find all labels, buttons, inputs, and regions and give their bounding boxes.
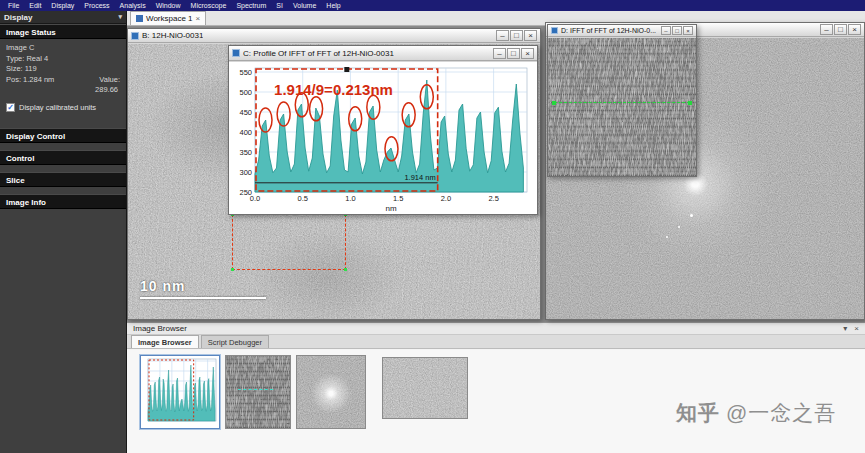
window-icon [232,49,240,57]
window-d-titlebar[interactable]: D: IFFT of FFT of 12H-NiO-0... – □ × [548,25,696,37]
workspace-tab-label: Workspace 1 [146,14,193,23]
thumbnail-lattice-texture [226,356,290,428]
thumbnail-ifft-d[interactable] [225,355,291,429]
menu-item-microscope[interactable]: Microscope [186,0,232,11]
roi-rectangle[interactable] [232,214,346,270]
menu-bar: File Edit Display Process Analysis Windo… [0,0,865,11]
svg-text:400: 400 [239,128,252,137]
tab-script-debugger[interactable]: Script Debugger [201,335,269,348]
window-c-profile: C: Profile Of IFFT of FFT of 12H-NiO-003… [228,45,538,215]
image-browser-panel: Image Browser ▾ × Image Browser Script D… [127,322,865,453]
ifft-image-canvas[interactable] [548,38,696,176]
display-calibrated-units-checkbox[interactable]: ✓ Display calibrated units [6,102,120,114]
thumbnail-chart [141,356,219,428]
close-button[interactable]: × [683,26,693,35]
svg-text:2.0: 2.0 [441,194,451,203]
line-endpoint[interactable] [552,101,556,105]
lattice-fringes-overlay [548,38,696,176]
status-image-line: Image C [6,43,120,54]
status-value: 289.66 [6,85,120,96]
checkbox-label: Display calibrated units [19,103,96,112]
scale-bar: 10 nm [140,278,266,299]
maximize-button[interactable]: □ [507,48,520,59]
display-palette: Display ▾ Image Status Image C Type: Rea… [0,11,127,453]
svg-text:2.5: 2.5 [488,194,498,203]
watermark: 知乎@一念之吾 [676,399,836,427]
scale-bar-label: 10 nm [140,278,266,294]
thumbnail-profile-c[interactable] [140,355,220,429]
image-status-body: Image C Type: Real 4 Size: 119 Pos: 1.28… [0,39,126,116]
status-value-caption: Value: [99,75,120,86]
tab-image-browser[interactable]: Image Browser [131,335,199,348]
chevron-down-icon[interactable]: ▾ [118,13,122,21]
minimize-button[interactable]: – [661,26,671,35]
close-button[interactable]: × [521,48,534,59]
image-browser-title: Image Browser [133,324,187,333]
fft-speck [666,236,668,238]
fft-speck [678,226,680,228]
section-image-info[interactable]: Image Info [0,194,126,209]
svg-text:250: 250 [239,188,252,197]
thumbnail-fft-a[interactable] [296,355,366,429]
window-b-titlebar[interactable]: B: 12H-NiO-0031 – □ × [128,29,540,43]
section-slice[interactable]: Slice [0,172,126,187]
maximize-button[interactable]: □ [834,24,847,35]
scale-bar-line [140,297,266,299]
menu-item-display[interactable]: Display [46,0,79,11]
close-icon[interactable]: × [854,324,859,333]
window-c-title: C: Profile Of IFFT of FFT of 12H-NiO-003… [243,49,394,58]
svg-text:350: 350 [239,148,252,157]
window-d-ifft: D: IFFT of FFT of 12H-NiO-0... – □ × [547,24,697,177]
display-palette-header[interactable]: Display ▾ [0,11,126,24]
svg-text:550: 550 [239,68,252,77]
maximize-button[interactable]: □ [510,30,523,41]
menu-item-help[interactable]: Help [321,0,345,11]
maximize-button[interactable]: □ [672,26,682,35]
close-button[interactable]: × [524,30,537,41]
menu-item-analysis[interactable]: Analysis [115,0,151,11]
section-display-control[interactable]: Display Control [0,128,126,143]
svg-text:0.5: 0.5 [298,194,308,203]
menu-item-process[interactable]: Process [79,0,114,11]
svg-text:500: 500 [239,88,252,97]
section-image-status[interactable]: Image Status [0,24,126,39]
tab-close-icon[interactable]: × [196,14,201,23]
window-b-title: B: 12H-NiO-0031 [142,31,203,40]
check-glyph: ✓ [7,104,14,112]
minimize-button[interactable]: – [820,24,833,35]
minimize-button[interactable]: – [496,30,509,41]
svg-text:1.914 nm: 1.914 nm [404,173,435,182]
status-type-line: Type: Real 4 [6,54,120,65]
browser-tab-bar: Image Browser Script Debugger [127,335,865,349]
thumbnail-fft-spot [297,356,365,428]
checkbox-icon: ✓ [6,103,15,112]
menu-item-volume[interactable]: Volume [288,0,321,11]
profile-chart: 1.914/9=0.213nm1.914 nm0.00.51.01.52.02.… [229,62,537,214]
profile-line-annotation[interactable] [554,102,690,103]
roi-handle[interactable] [344,268,347,271]
menu-item-spectrum[interactable]: Spectrum [231,0,271,11]
workspace-icon [136,15,143,22]
display-palette-title: Display [4,13,32,22]
menu-item-si[interactable]: SI [271,0,288,11]
tab-workspace-1[interactable]: Workspace 1 × [130,11,206,25]
menu-item-edit[interactable]: Edit [24,0,46,11]
minimize-button[interactable]: – [493,48,506,59]
menu-item-file[interactable]: File [3,0,24,11]
line-endpoint[interactable] [688,101,692,105]
image-browser-header[interactable]: Image Browser ▾ × [127,323,865,335]
profile-chart-area[interactable]: 1.914/9=0.213nm1.914 nm0.00.51.01.52.02.… [229,62,537,214]
svg-text:nm: nm [385,204,396,213]
window-icon [551,27,558,34]
roi-handle[interactable] [231,268,234,271]
window-icon [131,32,139,40]
close-button[interactable]: × [848,24,861,35]
svg-text:1.914/9=0.213nm: 1.914/9=0.213nm [274,81,393,98]
chevron-down-icon[interactable]: ▾ [843,324,847,333]
svg-text:300: 300 [239,168,252,177]
window-c-titlebar[interactable]: C: Profile Of IFFT of FFT of 12H-NiO-003… [229,46,537,61]
section-control[interactable]: Control [0,150,126,165]
menu-item-window[interactable]: Window [151,0,186,11]
svg-text:1.5: 1.5 [393,194,403,203]
thumbnail-image-b[interactable] [382,357,468,419]
